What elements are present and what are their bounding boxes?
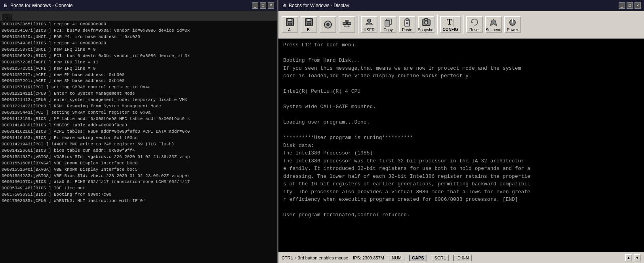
display-line: **********User program is runing********… xyxy=(283,134,639,142)
power-label: Power xyxy=(507,28,518,32)
scroll-up-button[interactable]: ▲ xyxy=(625,254,632,261)
cdrom-group xyxy=(320,16,336,33)
toolbar-separator-3 xyxy=(463,15,464,34)
svg-rect-4 xyxy=(307,19,311,21)
copy-label: Copy xyxy=(383,28,392,32)
display-minimize-button[interactable]: _ xyxy=(619,2,625,9)
log-line: 00001057250i[ACPI ] new IRQ line = 9 xyxy=(2,66,276,72)
svg-rect-9 xyxy=(343,22,347,25)
log-line: 00001221422i[CPU0 ] RSM: Resuming from S… xyxy=(2,103,276,110)
power-group: Power xyxy=(504,16,521,33)
log-line: 00001554283i[VBIOS] VBE Bios $Id: vbe.c … xyxy=(2,173,276,179)
display-line: System wide CALL-GATE mounted. xyxy=(283,103,639,111)
display-line xyxy=(283,204,639,212)
console-titlebar: 🖥 Bochs for Windows - Console _ □ × xyxy=(0,0,277,11)
display-line xyxy=(283,49,639,57)
toolbar-separator-2 xyxy=(437,15,438,34)
floppy-b-button[interactable]: B: xyxy=(301,16,317,33)
floppy-a-button[interactable]: A: xyxy=(282,16,298,33)
network-button[interactable] xyxy=(339,16,355,33)
scroll-down-button[interactable]: ▼ xyxy=(634,254,641,261)
console-output: 00001052065i[BIOS ] region 4: 0x0000c000… xyxy=(0,21,277,263)
snapshot-button[interactable]: Snapshot xyxy=(418,16,434,33)
log-line: 00001057236i[ACPI ] new IRQ line = 11 xyxy=(2,59,276,66)
display-line xyxy=(283,95,639,103)
log-line: 00001221412i[CPU0 ] enter_system_managem… xyxy=(2,97,276,103)
toolbar-separator-1 xyxy=(358,15,358,34)
display-panel: 🖥 Bochs for Windows - Display _ □ × A: xyxy=(278,0,644,263)
display-title: Bochs for Windows - Display xyxy=(289,3,349,8)
log-line: 00001057291i[ACPI ] new SM base address:… xyxy=(2,78,276,84)
log-line: 00001054936i[BIOS ] region 4: 0x0000c020 xyxy=(2,40,276,47)
user-button[interactable]: USER xyxy=(361,16,377,33)
close-button[interactable]: × xyxy=(268,2,274,9)
minimize-button[interactable]: _ xyxy=(252,2,258,9)
svg-rect-25 xyxy=(425,19,428,20)
display-titlebar-left: 🖥 Bochs for Windows - Display xyxy=(282,3,349,8)
log-line: 00001054107i[BIOS ] PCI: bus=0 devfn=0x0… xyxy=(2,28,276,34)
svg-point-24 xyxy=(425,21,428,24)
reset-button[interactable]: Reset xyxy=(466,16,483,33)
log-line: 00001419463i[BIOS ] Firmware waking vect… xyxy=(2,135,276,141)
display-line: Press F12 for boot menu. xyxy=(283,41,639,49)
display-line: s of the 16-bit registers of earlier gen… xyxy=(283,180,639,188)
copy-button[interactable]: Copy xyxy=(380,16,396,33)
display-line: r efficiency when executing programs cre… xyxy=(283,196,639,204)
maximize-button[interactable]: □ xyxy=(260,2,266,9)
log-line: 00001414030i[BIOS ] SMBIOS table addr=0x… xyxy=(2,122,276,129)
console-tabs: ... xyxy=(0,11,277,21)
display-area[interactable]: Press F12 for boot menu. Booting from Ha… xyxy=(278,39,644,252)
reset-group: Reset xyxy=(466,16,483,33)
id-badge: ID:0-N xyxy=(453,255,472,261)
svg-rect-20 xyxy=(406,19,408,21)
svg-rect-1 xyxy=(288,19,292,21)
log-line: 00001057319i[PCI ] setting SMRAM control… xyxy=(2,84,276,91)
log-line: 00001054320i[UHCI ] BAR #4: i/o base add… xyxy=(2,34,276,40)
display-statusbar: CTRL + 3rd button enables mouse IPS: 230… xyxy=(278,252,644,263)
reset-label: Reset xyxy=(469,28,480,32)
log-line: 00001551640i[BXVGA] VBE known Display In… xyxy=(2,167,276,173)
display-line: The Intel386 Processor (1985) xyxy=(283,149,639,157)
log-line: 00017503635i[CPU0 ] WARNING: HLT instruc… xyxy=(2,198,276,204)
network-group xyxy=(339,16,355,33)
copy-group: Copy xyxy=(380,16,396,33)
log-line: 00001422666i[BIOS ] bios_table_cur_addr:… xyxy=(2,148,276,154)
console-tab[interactable]: ... xyxy=(2,14,12,21)
log-line: 00001057277i[ACPI ] new PM base address:… xyxy=(2,72,276,78)
console-title: Bochs for Windows - Console xyxy=(10,3,72,8)
ips-display: IPS: 2309.857M xyxy=(353,255,384,260)
scrl-badge: SCRL xyxy=(432,255,449,261)
display-maximize-button[interactable]: □ xyxy=(627,2,633,9)
snapshot-label: Snapshot xyxy=(418,28,434,32)
suspend-button[interactable]: Suspend xyxy=(485,16,502,33)
display-line: core is loaded,and the video display rou… xyxy=(283,72,639,80)
display-line xyxy=(283,111,639,119)
bochs-display-icon: 🖥 xyxy=(282,3,286,8)
suspend-label: Suspend xyxy=(486,28,501,32)
floppy-a-label: A: xyxy=(288,28,292,32)
display-line: Disk data: xyxy=(283,142,639,150)
user-group: USER xyxy=(361,16,377,33)
config-group: T| CONFIG xyxy=(440,16,461,33)
caps-badge: CAPS xyxy=(409,255,427,261)
display-toolbar: A: B: xyxy=(278,11,644,39)
display-line: Booting from Hard Disk... xyxy=(283,57,639,65)
bochs-console-icon: 🖥 xyxy=(3,3,8,8)
log-line: 00001901970i[BIOS ] ata0-0: PCHS=602/4/1… xyxy=(2,179,276,185)
config-button[interactable]: T| CONFIG xyxy=(440,16,461,33)
display-line: Intel(R) Pentium(R) 4 CPU xyxy=(283,88,639,95)
log-line: 00001416216i[BIOS ] ACPI tables: RSDP ad… xyxy=(2,129,276,135)
snapshot-group: Snapshot xyxy=(418,16,434,33)
log-line: 00001056992i[BIOS ] PCI: bus=0 devfn=0x0… xyxy=(2,53,276,59)
log-line: 00001385443i[PCI ] setting SMRAM control… xyxy=(2,110,276,116)
display-close-button[interactable]: × xyxy=(634,2,641,9)
cdrom-button[interactable] xyxy=(320,16,336,33)
mouse-hint: CTRL + 3rd button enables mouse xyxy=(282,255,348,260)
display-line xyxy=(283,80,639,88)
display-line: e family. It introduced 32-bit registers… xyxy=(283,165,639,173)
paste-button[interactable]: Paste xyxy=(399,16,415,33)
num-badge: NUM xyxy=(389,255,404,261)
log-line: 00001412159i[BIOS ] MP table addr=0x000f… xyxy=(2,116,276,122)
log-line: 00001421943i[PCI ] i440FX PMC write to P… xyxy=(2,141,276,148)
power-button[interactable]: Power xyxy=(504,16,521,33)
